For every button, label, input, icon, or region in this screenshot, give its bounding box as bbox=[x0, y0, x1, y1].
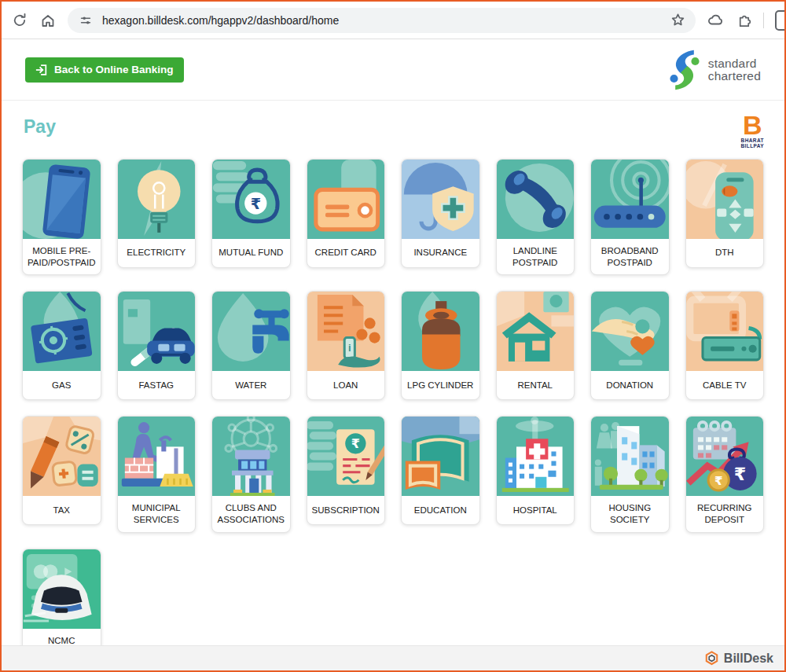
tile-label: WATER bbox=[212, 371, 290, 399]
rental-icon bbox=[497, 292, 575, 371]
main-content: Pay B BHARAT BILLPAY MOBILE PRE-PAID/POS… bbox=[2, 101, 784, 666]
tile-label: LPG CYLINDER bbox=[402, 371, 479, 399]
tile-mobile[interactable]: MOBILE PRE-PAID/POSTPAID bbox=[22, 159, 101, 276]
broadband-icon bbox=[591, 160, 669, 239]
tile-label: CABLE TV bbox=[686, 371, 764, 399]
tile-label: MUNICIPAL SERVICES bbox=[118, 496, 196, 532]
tile-insurance[interactable]: INSURANCE bbox=[401, 159, 480, 268]
tile-label: HOUSING SOCIETY bbox=[591, 496, 669, 532]
tile-label: MOBILE PRE-PAID/POSTPAID bbox=[23, 239, 101, 275]
browser-toolbar: hexagon.billdesk.com/hgappv2/dashboard/h… bbox=[2, 2, 784, 39]
bbps-line2: BILLPAY bbox=[740, 144, 764, 149]
site-info-icon[interactable] bbox=[77, 12, 94, 29]
tile-rental[interactable]: RENTAL bbox=[496, 291, 575, 400]
tile-label: BROADBAND POSTPAID bbox=[591, 239, 669, 275]
cloud-icon[interactable] bbox=[707, 12, 724, 29]
housing-icon bbox=[591, 417, 669, 496]
tile-label: ELECTRICITY bbox=[118, 239, 196, 267]
tile-label: CLUBS AND ASSOCIATIONS bbox=[212, 496, 290, 532]
tile-lpg[interactable]: LPG CYLINDER bbox=[401, 291, 480, 400]
tile-label: RENTAL bbox=[497, 371, 575, 399]
brand-line2: chartered bbox=[708, 70, 761, 83]
tile-electricity[interactable]: ELECTRICITY bbox=[117, 159, 196, 268]
bookmark-star-icon[interactable] bbox=[669, 12, 686, 29]
tile-subscription[interactable]: ₹ SUBSCRIPTION bbox=[307, 416, 386, 525]
exit-icon bbox=[35, 64, 48, 76]
back-to-online-banking-button[interactable]: Back to Online Banking bbox=[25, 57, 184, 83]
tile-gas[interactable]: GAS bbox=[22, 291, 101, 400]
gas-icon bbox=[23, 292, 101, 371]
reload-icon[interactable] bbox=[11, 12, 28, 29]
svg-text:₹: ₹ bbox=[714, 474, 722, 488]
education-icon bbox=[402, 417, 479, 496]
toolbar-separator bbox=[763, 13, 764, 28]
svg-text:₹: ₹ bbox=[351, 437, 359, 452]
svg-text:i: i bbox=[347, 342, 351, 354]
mutual-fund-icon: ₹ bbox=[212, 160, 290, 239]
credit-card-icon bbox=[307, 160, 385, 239]
standard-chartered-logo: standard chartered bbox=[668, 49, 761, 91]
tile-tax[interactable]: TAX bbox=[22, 416, 101, 525]
bbps-letter: B bbox=[743, 113, 762, 138]
tile-cable-tv[interactable]: CABLE TV bbox=[685, 291, 765, 400]
svg-text:₹: ₹ bbox=[733, 464, 745, 484]
tile-label: GAS bbox=[23, 371, 101, 399]
mobile-icon bbox=[23, 160, 101, 239]
tile-label: DONATION bbox=[591, 371, 669, 399]
billdesk-hexagon-icon bbox=[704, 651, 719, 666]
lpg-icon bbox=[402, 292, 479, 371]
page-header: Back to Online Banking standard chartere… bbox=[2, 39, 784, 101]
tile-fastag[interactable]: FASTAG bbox=[117, 291, 196, 400]
tile-recurring-deposit[interactable]: ₹₹ RECURRING DEPOSIT bbox=[685, 416, 765, 533]
tile-mutual-fund[interactable]: ₹ MUTUAL FUND bbox=[211, 159, 291, 268]
clubs-icon bbox=[212, 417, 290, 496]
ncmc-icon bbox=[23, 549, 101, 629]
svg-text:₹: ₹ bbox=[251, 194, 261, 212]
tile-clubs[interactable]: CLUBS AND ASSOCIATIONS bbox=[211, 416, 291, 533]
brand-line1: standard bbox=[708, 57, 761, 70]
electricity-icon bbox=[118, 160, 196, 239]
recurring-deposit-icon: ₹₹ bbox=[686, 417, 764, 496]
fastag-icon bbox=[118, 292, 196, 371]
tile-grid: MOBILE PRE-PAID/POSTPAID ELECTRICITY ₹ M… bbox=[22, 159, 764, 666]
tile-credit-card[interactable]: CREDIT CARD bbox=[307, 159, 386, 268]
loan-icon: i bbox=[307, 292, 385, 371]
url-text: hexagon.billdesk.com/hgappv2/dashboard/h… bbox=[102, 14, 661, 27]
subscription-icon: ₹ bbox=[307, 417, 385, 496]
tile-education[interactable]: EDUCATION bbox=[401, 416, 480, 525]
home-icon[interactable] bbox=[39, 12, 57, 29]
tax-icon bbox=[23, 417, 101, 496]
donation-icon bbox=[591, 292, 669, 371]
tile-water[interactable]: WATER bbox=[211, 291, 291, 400]
water-icon bbox=[212, 292, 290, 371]
tile-label: INSURANCE bbox=[402, 239, 479, 267]
dth-icon bbox=[686, 160, 764, 239]
landline-icon bbox=[497, 160, 575, 239]
tile-label: RECURRING DEPOSIT bbox=[686, 496, 764, 532]
tile-broadband[interactable]: BROADBAND POSTPAID bbox=[590, 159, 670, 276]
extensions-icon[interactable] bbox=[735, 12, 752, 29]
tile-label: TAX bbox=[23, 496, 101, 524]
tile-label: LOAN bbox=[307, 371, 385, 399]
hospital-icon bbox=[497, 417, 575, 496]
tile-label: DTH bbox=[686, 239, 764, 267]
profile-icon[interactable] bbox=[775, 10, 786, 31]
municipal-icon bbox=[118, 417, 196, 496]
page-title: Pay bbox=[24, 116, 56, 138]
tile-label: MUTUAL FUND bbox=[212, 239, 290, 267]
back-button-label: Back to Online Banking bbox=[54, 64, 174, 75]
tile-label: SUBSCRIPTION bbox=[307, 496, 385, 524]
tile-municipal[interactable]: MUNICIPAL SERVICES bbox=[117, 416, 196, 533]
tile-dth[interactable]: DTH bbox=[685, 159, 765, 268]
tile-label: EDUCATION bbox=[402, 496, 479, 524]
tile-housing[interactable]: HOUSING SOCIETY bbox=[590, 416, 670, 533]
tile-loan[interactable]: i LOAN bbox=[307, 291, 386, 400]
tile-hospital[interactable]: HOSPITAL bbox=[496, 416, 575, 525]
tile-donation[interactable]: DONATION bbox=[590, 291, 670, 400]
tile-label: HOSPITAL bbox=[497, 496, 575, 524]
page-footer: BillDesk bbox=[2, 645, 784, 670]
cable-tv-icon bbox=[686, 292, 764, 371]
tile-landline[interactable]: LANDLINE POSTPAID bbox=[496, 159, 575, 276]
billdesk-wordmark: BillDesk bbox=[724, 652, 773, 666]
address-bar[interactable]: hexagon.billdesk.com/hgappv2/dashboard/h… bbox=[68, 8, 696, 33]
